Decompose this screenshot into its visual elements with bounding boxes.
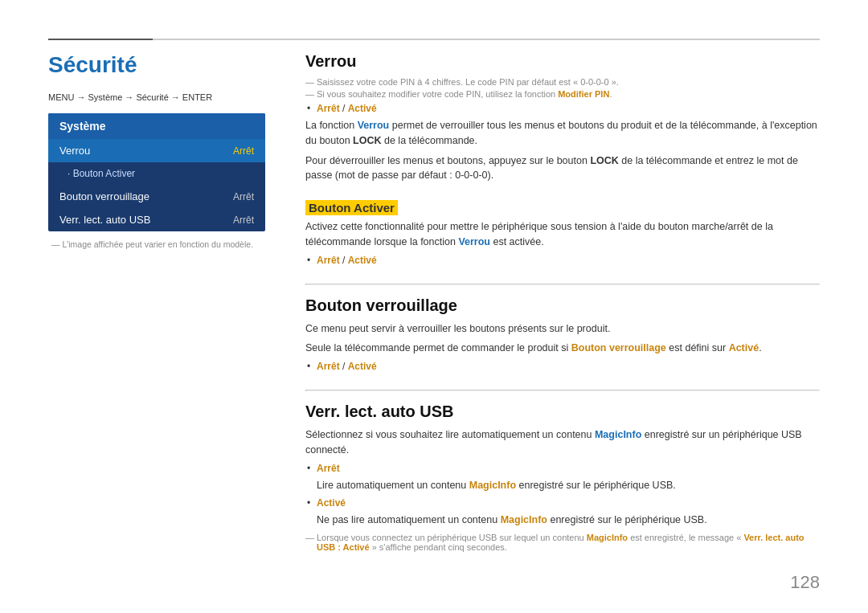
page-number: 128 [790,572,820,593]
top-line-accent [48,39,153,40]
section-title-verrou: Verrou [305,52,820,71]
section-title-verr-lect: Verr. lect. auto USB [305,403,820,421]
menu-item-verr-lect[interactable]: Verr. lect. auto USB Arrêt [48,208,265,231]
bouton-activer-title: Bouton Activer [305,201,820,215]
section-bouton-verrouillage: Bouton verrouillage Ce menu peut servir … [305,296,820,373]
menu-path: MENU → Système → Sécurité → ENTER [48,92,281,102]
page-title: Sécurité [48,52,281,78]
top-line-full [48,39,820,40]
verrouillage-body2: Seule la télécommande permet de commande… [305,341,820,356]
verr-lect-bullet-arret: Arrêt [317,463,820,474]
menu-box-title: Système [48,113,265,139]
menu-item-label: · Bouton Activer [68,168,135,179]
menu-item-label: Bouton verrouillage [59,190,149,202]
verrou-bullet1: Arrêt / Activé [317,103,820,114]
menu-item-value: Arrêt [233,145,254,157]
verr-lect-bullet-active: Activé [317,497,820,509]
verrouillage-bullet: Arrêt / Activé [317,361,820,372]
menu-item-bouton-activer[interactable]: · Bouton Activer [48,162,265,185]
verrou-body1: La fonction Verrou permet de verrouiller… [305,118,820,149]
section-bouton-activer: Bouton Activer Activez cette fonctionnal… [305,201,820,266]
verrouillage-body1: Ce menu peut servir à verrouiller les bo… [305,321,820,337]
verrou-note2: Si vous souhaitez modifier votre code PI… [305,89,820,99]
modifier-pin-link: Modifier PIN [558,89,609,99]
bouton-activer-body: Activez cette fonctionnalité pour mettre… [305,219,820,250]
separator-1 [305,284,820,285]
verrou-note1: Saisissez votre code PIN à 4 chiffres. L… [305,77,820,87]
left-panel: Sécurité MENU → Système → Sécurité → ENT… [48,52,281,249]
menu-box: Système Verrou Arrêt · Bouton Activer Bo… [48,113,265,231]
verr-lect-arret-body: Lire automatiquement un contenu MagicInf… [317,478,820,493]
verrou-body2: Pour déverrouiller les menus et boutons,… [305,153,820,184]
menu-item-value: Arrêt [233,191,254,202]
bouton-activer-bullet: Arrêt / Activé [317,255,820,266]
menu-item-label: Verr. lect. auto USB [59,214,150,226]
menu-item-verrou[interactable]: Verrou Arrêt [48,139,265,162]
section-title-verrouillage: Bouton verrouillage [305,296,820,315]
verr-lect-note: Lorsque vous connectez un périphérique U… [305,533,820,552]
right-panel: Verrou Saisissez votre code PIN à 4 chif… [305,52,820,570]
separator-2 [305,390,820,391]
section-verrou: Verrou Saisissez votre code PIN à 4 chif… [305,52,820,183]
menu-item-bouton-verrouillage[interactable]: Bouton verrouillage Arrêt [48,185,265,208]
menu-item-label: Verrou [59,145,90,157]
verr-lect-intro: Sélectionnez si vous souhaitez lire auto… [305,427,820,458]
menu-item-value: Arrêt [233,215,254,226]
image-note: L'image affichée peut varier en fonction… [48,239,281,249]
verr-lect-active-body: Ne pas lire automatiquement un contenu M… [317,513,820,528]
section-verr-lect: Verr. lect. auto USB Sélectionnez si vou… [305,403,820,552]
